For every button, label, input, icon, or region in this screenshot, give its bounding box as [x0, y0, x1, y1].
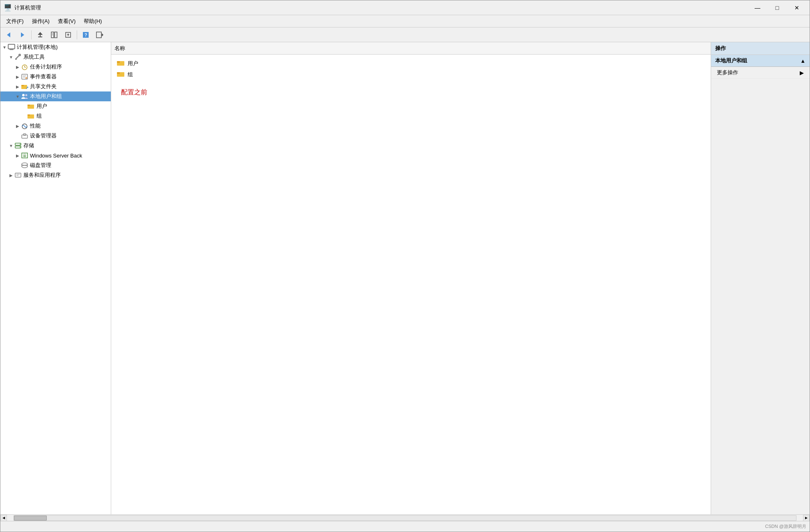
- svg-rect-38: [27, 114, 30, 116]
- event-viewer-icon: !: [21, 73, 28, 80]
- center-groups-folder-icon: [117, 71, 125, 78]
- groups-expand-spacer: [21, 113, 27, 119]
- local-users-groups-label: 本地用户和组: [30, 93, 62, 100]
- maximize-button[interactable]: □: [768, 2, 787, 14]
- svg-point-45: [20, 144, 21, 145]
- actions-section-arrow: ▲: [800, 58, 805, 64]
- forward-button[interactable]: [16, 29, 29, 41]
- svg-point-21: [15, 58, 17, 60]
- svg-rect-6: [55, 32, 57, 38]
- svg-point-33: [22, 94, 25, 96]
- scroll-left-arrow[interactable]: ◀: [0, 515, 7, 521]
- services-icon: [14, 171, 22, 179]
- tools-icon: [14, 53, 22, 61]
- tree-storage[interactable]: ▼ 存储: [0, 141, 111, 151]
- svg-marker-3: [38, 32, 43, 35]
- users-groups-icon: [21, 93, 28, 100]
- tree-task-scheduler[interactable]: ▶ 任务计划程序: [0, 62, 111, 72]
- local-users-groups-expand-icon: ▼: [14, 93, 21, 100]
- tree-local-users-groups[interactable]: ▼ 本地用户和组: [0, 91, 111, 101]
- clock-icon: [21, 63, 28, 71]
- storage-expand-icon: ▼: [8, 142, 14, 149]
- more-actions-item[interactable]: 更多操作 ▶: [711, 67, 810, 79]
- status-bar: CSDN @游风辞明月: [0, 521, 810, 532]
- actions-header: 操作: [711, 42, 810, 55]
- svg-text:↗: ↗: [25, 86, 28, 90]
- users-folder-icon: [27, 103, 35, 110]
- shared-folder-label: 共享文件夹: [30, 83, 57, 90]
- menu-view[interactable]: 查看(V): [54, 16, 80, 27]
- svg-rect-53: [15, 173, 21, 177]
- app-icon: 🖥️: [4, 4, 12, 11]
- toolbar: ?: [0, 27, 810, 42]
- root-label: 计算机管理(本地): [17, 43, 58, 51]
- help-button[interactable]: ?: [79, 29, 92, 41]
- menu-help[interactable]: 帮助(H): [80, 16, 106, 27]
- scroll-right-arrow[interactable]: ▶: [803, 515, 810, 521]
- tree-shared-folder[interactable]: ▶ ↗ 共享文件夹: [0, 82, 111, 91]
- tree-windows-server-backup[interactable]: ▶ Windows Server Back: [0, 151, 111, 160]
- menu-action[interactable]: 操作(A): [28, 16, 54, 27]
- menu-file[interactable]: 文件(F): [2, 16, 28, 27]
- svg-point-20: [18, 54, 21, 56]
- svg-marker-15: [102, 33, 103, 37]
- tree-disk-management[interactable]: 磁盘管理: [0, 160, 111, 170]
- svg-rect-57: [117, 61, 120, 63]
- center-groups-row[interactable]: 组: [116, 69, 706, 80]
- close-button[interactable]: ✕: [787, 2, 806, 14]
- performance-label: 性能: [30, 122, 41, 130]
- task-scheduler-expand-icon: ▶: [14, 64, 21, 70]
- center-users-folder-icon: [117, 59, 125, 67]
- windows-backup-icon: [21, 152, 28, 159]
- svg-marker-11: [67, 34, 69, 35]
- computer-icon: [8, 43, 15, 51]
- storage-icon: [14, 142, 22, 149]
- title-bar: 🖥️ 计算机管理 — □ ✕: [0, 0, 810, 15]
- actions-header-label: 操作: [715, 45, 726, 52]
- event-viewer-expand-icon: ▶: [14, 73, 21, 80]
- watermark: CSDN @游风辞明月: [765, 523, 806, 530]
- actions-section-title[interactable]: 本地用户和组 ▲: [711, 55, 810, 67]
- back-icon: [5, 32, 12, 38]
- performance-icon: [21, 122, 28, 130]
- tree-performance[interactable]: ▶ 性能: [0, 121, 111, 131]
- tree-services-apps[interactable]: ▶ 服务和应用程序: [0, 170, 111, 180]
- toolbar-sep-2: [77, 30, 77, 39]
- svg-point-49: [22, 163, 27, 165]
- disk-management-label: 磁盘管理: [30, 162, 51, 169]
- tree-users[interactable]: 用户: [0, 101, 111, 111]
- shared-folder-expand-icon: ▶: [14, 83, 21, 90]
- tree-event-viewer[interactable]: ▶ ! 事件查看器: [0, 72, 111, 82]
- show-hide-tree-button[interactable]: [48, 29, 61, 41]
- windows-server-backup-label: Windows Server Back: [30, 153, 82, 159]
- svg-rect-14: [96, 32, 101, 38]
- back-button[interactable]: [2, 29, 15, 41]
- svg-point-46: [20, 147, 21, 148]
- tree-root[interactable]: ▼ 计算机管理(本地): [0, 42, 111, 52]
- center-header: 名称: [111, 42, 711, 55]
- minimize-button[interactable]: —: [748, 2, 767, 14]
- right-panel: 操作 本地用户和组 ▲ 更多操作 ▶: [711, 42, 810, 514]
- disk-management-icon: [21, 162, 28, 169]
- device-manager-spacer: [14, 132, 21, 139]
- tree-groups[interactable]: 组: [0, 111, 111, 121]
- tree-device-manager[interactable]: 设备管理器: [0, 131, 111, 141]
- scroll-thumb[interactable]: [14, 516, 47, 521]
- groups-label: 组: [37, 112, 42, 120]
- window-title: 计算机管理: [14, 4, 41, 11]
- task-scheduler-label: 任务计划程序: [30, 63, 62, 71]
- center-note: 配置之前: [121, 88, 706, 97]
- tree-system-tools[interactable]: ▼ 系统工具: [0, 52, 111, 62]
- scroll-track[interactable]: [14, 515, 796, 521]
- root-expand-icon: ▼: [1, 44, 8, 50]
- center-users-row[interactable]: 用户: [116, 58, 706, 69]
- export-button[interactable]: [62, 29, 75, 41]
- services-apps-label: 服务和应用程序: [23, 171, 61, 179]
- users-label: 用户: [37, 103, 47, 110]
- help-icon: ?: [82, 32, 89, 38]
- toolbar-sep-1: [31, 30, 32, 39]
- description-button[interactable]: [93, 29, 106, 41]
- up-button[interactable]: [34, 29, 47, 41]
- windows-backup-expand-icon: ▶: [14, 152, 21, 159]
- services-apps-expand-icon: ▶: [8, 172, 14, 178]
